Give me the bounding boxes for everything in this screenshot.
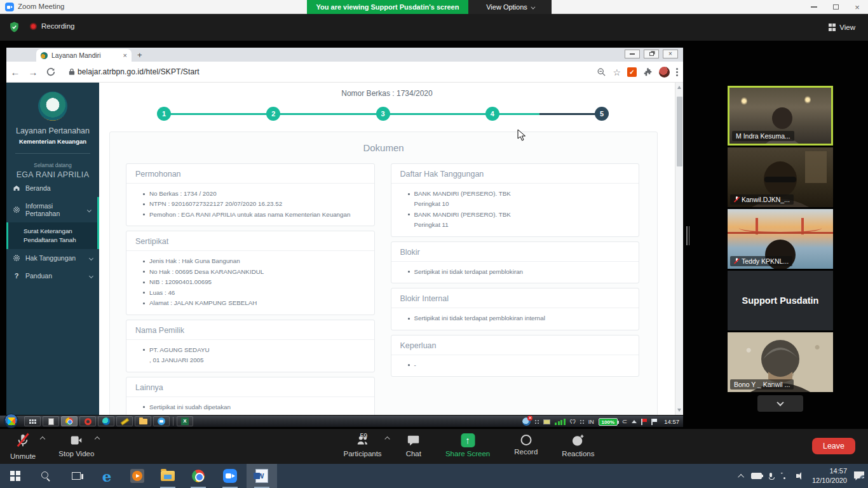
chevron-up-icon[interactable] [384,437,390,442]
name-tile-support-pusdatin[interactable]: Support Pusdatin [728,271,833,330]
step-connector [499,113,595,115]
chevron-up-icon[interactable] [40,437,45,442]
file-explorer-icon[interactable] [153,464,183,488]
browser-restore-button[interactable] [644,50,659,58]
excel-icon[interactable]: X [177,416,193,426]
language-indicator[interactable]: IN [588,419,594,425]
remote-clock[interactable]: 14:57 [664,418,679,425]
video-tile-2[interactable]: Kanwil.DJKN_... [728,147,833,207]
wireless-icon[interactable]: ʕʔ [570,419,576,425]
back-button[interactable]: ← [6,67,24,78]
quick-launch-grid-icon[interactable] [24,416,41,426]
unmute-button[interactable]: Unmute [10,433,36,460]
flag-icon[interactable] [651,419,657,425]
chrome-taskbar-icon[interactable] [61,416,78,426]
collapse-tiles-button[interactable] [757,395,803,412]
stop-video-button[interactable]: Stop Video [58,433,94,460]
user-name: EGA RANI APRILIA [6,170,99,179]
video-tile-3[interactable]: Teddy KPKNL... [728,209,833,269]
browser-minimize-button[interactable] [625,50,640,58]
start-button[interactable] [0,464,31,488]
network-error-icon[interactable] [522,417,531,426]
notes-icon[interactable] [43,416,59,426]
browser-close-button[interactable]: × [663,50,678,58]
display-icon[interactable] [543,419,550,424]
minimize-button[interactable] [803,0,825,14]
chevron-up-icon[interactable] [95,437,100,442]
zoom-taskbar-icon[interactable] [215,464,245,488]
extensions-puzzle-icon[interactable] [643,67,653,77]
volume-icon[interactable] [796,472,805,480]
scroll-up-icon[interactable] [677,86,681,89]
battery-icon[interactable] [751,473,762,479]
reactions-button[interactable]: Reactions [562,433,594,458]
dokumen-card: Dokumen Permohonan No Berkas : 1734 / 20… [109,132,658,415]
chat-app-icon[interactable] [153,416,170,426]
panel-permohonan: Permohonan No Berkas : 1734 / 2020 NTPN … [126,163,375,226]
video-tile-1[interactable]: M Indra Kesuma... [728,86,833,146]
scrollbar-thumb[interactable] [677,97,682,166]
reload-button[interactable] [42,67,60,77]
chrome-taskbar-icon[interactable] [183,464,214,488]
chat-button[interactable]: Chat [406,433,421,458]
ruler-icon[interactable] [116,416,133,426]
edge-icon[interactable] [98,416,114,426]
profile-avatar[interactable] [659,67,670,78]
step-1[interactable]: 1 [157,107,171,121]
show-hidden-icons[interactable] [632,420,637,423]
leave-button[interactable]: Leave [812,438,855,454]
browser-menu-icon[interactable] [676,68,678,76]
system-clock[interactable]: 14:57 12/10/2020 [812,466,847,485]
view-options-button[interactable]: View Options [468,0,552,14]
panel-nama-pemilik: Nama Pemilik PT. AGUNG SEDAYU , 01 JANUA… [126,320,375,372]
home-icon [13,184,20,192]
panel-splitter-handle[interactable] [686,226,689,245]
security-shield-icon[interactable] [8,21,20,33]
close-button[interactable]: × [846,0,868,14]
task-view-button[interactable] [61,464,92,488]
step-5[interactable]: 5 [595,107,609,121]
maximize-button[interactable] [825,0,846,14]
notification-center-icon[interactable]: 6 [854,471,864,480]
camera-icon [69,433,83,447]
share-screen-button[interactable]: ↑ Share Screen [445,433,490,458]
step-3[interactable]: 3 [376,107,390,121]
show-hidden-icons[interactable] [738,473,744,480]
sidebar-item-skpt-active[interactable]: Surat Keterangan Pendaftaran Tanah [6,222,99,249]
opera-icon[interactable] [79,416,96,426]
signal-bars-icon[interactable] [555,419,566,425]
view-layout-button[interactable]: View [824,20,860,35]
sidebar-item-beranda[interactable]: Beranda [6,179,99,197]
panel-blokir-internal: Blokir Internal Sertipikat ini tidak ter… [391,288,640,330]
sidebar-item-hak-tanggungan[interactable]: Hak Tanggungan [6,249,99,267]
record-button[interactable]: Record [514,433,538,458]
step-2[interactable]: 2 [266,107,280,121]
media-player-icon[interactable] [122,464,153,488]
step-4[interactable]: 4 [485,107,499,121]
wifi-icon[interactable] [780,473,789,480]
page-scrollbar[interactable] [675,83,683,415]
scroll-down-icon[interactable] [677,409,681,412]
browser-tab[interactable]: Layanan Mandiri × [36,49,132,62]
participants-button[interactable]: 59 Participants [344,433,382,458]
address-bar[interactable]: belajar.atrbpn.go.id/htel/SKPT/Start [78,67,200,76]
edge-taskbar-icon[interactable]: e [92,464,122,488]
sidebar-item-panduan[interactable]: ? Panduan [6,267,99,285]
tab-close-icon[interactable]: × [123,52,127,59]
battery-indicator[interactable]: 100% [599,418,618,426]
start-orb-icon[interactable] [4,414,18,428]
forward-button[interactable]: → [24,67,42,78]
video-tile-5[interactable]: Bono Y _ Kanwil ... [728,332,833,392]
search-button[interactable] [31,464,61,488]
sidebar-item-informasi-pertanahan[interactable]: Informasi Pertanahan [6,197,99,222]
action-center-flag-icon[interactable] [641,419,647,425]
extension-check-icon[interactable]: ✓ [627,67,637,77]
word-taskbar-icon[interactable] [247,464,277,488]
explorer-folder-icon[interactable] [135,416,151,426]
zoom-level-icon[interactable] [597,67,606,77]
bookmark-star-icon[interactable]: ☆ [613,67,621,78]
list-item: NIB : 12090401.00695 [149,277,365,287]
new-tab-button[interactable]: + [137,50,142,60]
list-item: Sertipikat ini sudah dipetakan [149,402,365,412]
microphone-tray-icon[interactable] [769,473,773,480]
